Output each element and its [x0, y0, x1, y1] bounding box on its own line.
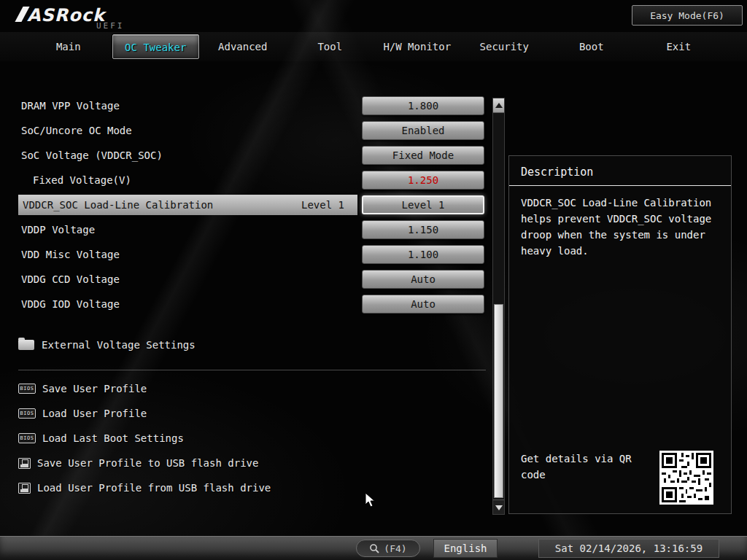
description-title: Description — [521, 166, 719, 179]
setting-label: VDDG IOD Voltage — [18, 298, 120, 310]
selected-row-highlight[interactable]: VDDCR_SOC Load-Line Calibration Level 1 — [18, 195, 357, 215]
qr-section: Get details via QR code — [521, 451, 713, 505]
setting-value-button[interactable]: 1.800 — [362, 96, 484, 115]
asrock-logo: ASRock — [19, 5, 105, 26]
folder-icon — [18, 340, 34, 350]
setting-row-vddg-ccd-voltage: VDDG CCD Voltage Auto — [18, 267, 486, 292]
usb-drive-icon — [18, 483, 31, 494]
load-last-boot-settings-item[interactable]: BIOS Load Last Boot Settings — [18, 426, 271, 451]
setting-row-vddg-iod-voltage: VDDG IOD Voltage Auto — [18, 292, 486, 316]
tab-security[interactable]: Security — [461, 34, 549, 59]
description-divider — [509, 185, 731, 186]
settings-list: DRAM VPP Voltage 1.800 SoC/Uncore OC Mod… — [18, 93, 486, 316]
bios-screen: ASRock UEFI Easy Mode(F6) Main OC Tweake… — [0, 0, 747, 560]
setting-label: VDDP Voltage — [18, 224, 95, 236]
language-button[interactable]: English — [433, 539, 498, 558]
description-panel: Description VDDCR_SOC Load-Line Calibrat… — [508, 155, 732, 514]
profile-item-label: Load User Profile from USB flash drive — [37, 482, 271, 494]
scrollbar[interactable] — [492, 98, 505, 515]
tab-bar: Main OC Tweaker Advanced Tool H/W Monito… — [0, 32, 747, 61]
tab-boot[interactable]: Boot — [548, 34, 635, 59]
description-text: VDDCR_SOC Load-Line Calibration helps pr… — [521, 195, 719, 259]
setting-label: SoC Voltage (VDDCR_SOC) — [18, 149, 163, 161]
tab-advanced[interactable]: Advanced — [199, 34, 287, 59]
profile-item-label: Save User Profile — [42, 383, 147, 394]
easy-mode-button[interactable]: Easy Mode(F6) — [632, 5, 743, 26]
mouse-cursor — [364, 492, 379, 508]
setting-row-vddp-voltage: VDDP Voltage 1.150 — [18, 217, 486, 242]
setting-label: Fixed Voltage(V) — [18, 174, 131, 186]
selected-row-value: Level 1 — [301, 199, 344, 211]
setting-label: SoC/Uncore OC Mode — [18, 125, 132, 136]
setting-value-button[interactable]: Enabled — [362, 121, 484, 140]
external-voltage-settings-item[interactable]: External Voltage Settings — [18, 334, 196, 356]
status-bar: (F4) English Sat 02/14/2026, 13:16:59 — [0, 536, 747, 560]
tab-oc-tweaker[interactable]: OC Tweaker — [112, 34, 200, 59]
tab-hw-monitor[interactable]: H/W Monitor — [374, 34, 461, 59]
setting-row-fixed-voltage: Fixed Voltage(V) 1.250 — [18, 168, 486, 192]
setting-row-vdd-misc-voltage: VDD Misc Voltage 1.100 — [18, 242, 486, 267]
bios-chip-icon: BIOS — [18, 433, 36, 443]
tab-exit[interactable]: Exit — [635, 34, 723, 59]
setting-label: VDDCR_SOC Load-Line Calibration — [23, 199, 213, 211]
search-button[interactable]: (F4) — [356, 540, 420, 557]
setting-value-button[interactable]: 1.150 — [362, 220, 484, 239]
load-user-profile-item[interactable]: BIOS Load User Profile — [18, 401, 271, 426]
down-arrow-icon — [495, 505, 503, 510]
profile-item-label: Save User Profile to USB flash drive — [37, 457, 258, 469]
setting-value-button[interactable]: Fixed Mode — [362, 146, 484, 165]
scrollbar-down-button[interactable] — [493, 499, 504, 514]
usb-drive-icon — [18, 458, 31, 469]
setting-label: DRAM VPP Voltage — [18, 100, 120, 112]
setting-row-soc-uncore-oc-mode: SoC/Uncore OC Mode Enabled — [18, 118, 486, 143]
profile-item-label: Load Last Boot Settings — [42, 432, 184, 444]
uefi-label: UEFI — [96, 21, 125, 31]
setting-value-button[interactable]: 1.100 — [362, 245, 484, 264]
setting-label: VDDG CCD Voltage — [18, 273, 120, 285]
search-hotkey-label: (F4) — [384, 543, 406, 554]
scrollbar-up-button[interactable] — [493, 98, 504, 113]
profile-item-label: Load User Profile — [42, 408, 147, 419]
qr-code — [659, 451, 713, 505]
up-arrow-icon — [495, 103, 503, 108]
tab-tool[interactable]: Tool — [287, 34, 374, 59]
search-icon — [369, 543, 379, 553]
setting-row-vddcr-soc-llc[interactable]: VDDCR_SOC Load-Line Calibration Level 1 … — [18, 192, 486, 217]
profile-actions: BIOS Save User Profile BIOS Load User Pr… — [18, 376, 271, 500]
scrollbar-thumb[interactable] — [494, 304, 503, 498]
load-profile-from-usb-item[interactable]: Load User Profile from USB flash drive — [18, 475, 271, 500]
qr-label: Get details via QR code — [521, 451, 651, 483]
setting-label: VDD Misc Voltage — [18, 249, 120, 260]
setting-value-button[interactable]: Level 1 — [362, 195, 484, 214]
setting-value-button[interactable]: Auto — [362, 295, 484, 314]
save-profile-to-usb-item[interactable]: Save User Profile to USB flash drive — [18, 451, 271, 475]
setting-row-dram-vpp-voltage: DRAM VPP Voltage 1.800 — [18, 93, 486, 118]
setting-row-soc-voltage: SoC Voltage (VDDCR_SOC) Fixed Mode — [18, 143, 486, 168]
save-user-profile-item[interactable]: BIOS Save User Profile — [18, 376, 271, 401]
section-divider — [18, 370, 486, 370]
folder-item-label: External Voltage Settings — [42, 339, 196, 351]
setting-value-button[interactable]: 1.250 — [362, 171, 484, 190]
logo-text: ASRock — [27, 5, 105, 26]
setting-value-button[interactable]: Auto — [362, 270, 484, 289]
bios-chip-icon: BIOS — [18, 384, 36, 394]
bios-chip-icon: BIOS — [18, 408, 36, 419]
datetime-display: Sat 02/14/2026, 13:16:59 — [538, 539, 719, 558]
tab-main[interactable]: Main — [25, 34, 112, 59]
